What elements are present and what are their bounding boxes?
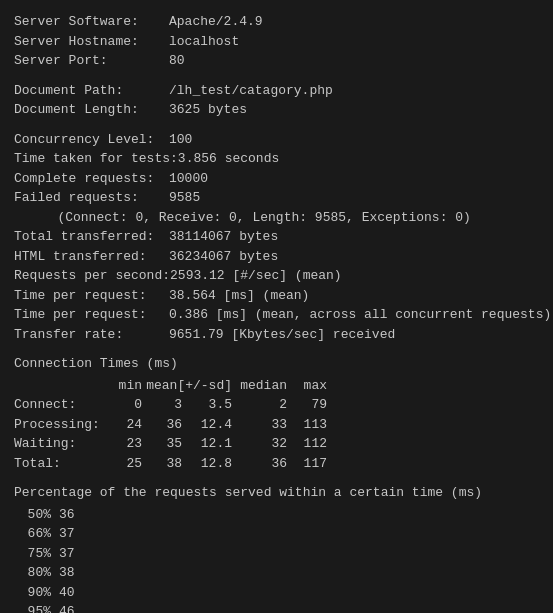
pct-value: 40 bbox=[59, 583, 75, 603]
connection-times-label: Connection Times (ms) bbox=[14, 354, 178, 374]
col-min: 23 bbox=[102, 434, 142, 454]
col-median-header: median bbox=[232, 376, 287, 396]
time-req2-label: Time per request: bbox=[14, 305, 169, 325]
pct-value: 38 bbox=[59, 563, 75, 583]
pct-rows: 50%3666%3775%3780%3890%4095%4698%10899%1… bbox=[14, 505, 539, 614]
col-min: 0 bbox=[102, 395, 142, 415]
doc-length-label: Document Length: bbox=[14, 100, 169, 120]
doc-path-label: Document Path: bbox=[14, 81, 169, 101]
concurrency-level-label: Concurrency Level: bbox=[14, 130, 169, 150]
col-median: 36 bbox=[232, 454, 287, 474]
list-item: 66%37 bbox=[14, 524, 539, 544]
html-transfer-row: HTML transferred: 36234067 bytes bbox=[14, 247, 539, 267]
concurrency-level-row: Concurrency Level: 100 bbox=[14, 130, 539, 150]
col-min: 25 bbox=[102, 454, 142, 474]
pct-label: 50% bbox=[14, 505, 59, 525]
col-mean: 38 bbox=[142, 454, 182, 474]
row-label: Waiting: bbox=[14, 434, 102, 454]
total-transfer-row: Total transferred: 38114067 bytes bbox=[14, 227, 539, 247]
doc-length-value: 3625 bytes bbox=[169, 100, 247, 120]
server-software-value: Apache/2.4.9 bbox=[169, 12, 263, 32]
list-item: 50%36 bbox=[14, 505, 539, 525]
table-row: Connect:033.5279 bbox=[14, 395, 539, 415]
pct-value: 36 bbox=[59, 505, 75, 525]
col-min: 24 bbox=[102, 415, 142, 435]
pct-value: 37 bbox=[59, 524, 75, 544]
connection-times-table: min mean[+/-sd] median max Connect:033.5… bbox=[14, 376, 539, 474]
col-max-header: max bbox=[287, 376, 327, 396]
pct-value: 37 bbox=[59, 544, 75, 564]
time-taken-value: 3.856 seconds bbox=[178, 149, 279, 169]
rps-label: Requests per second: bbox=[14, 266, 170, 286]
pct-label: 95% bbox=[14, 602, 59, 613]
transfer-rate-label: Transfer rate: bbox=[14, 325, 169, 345]
time-taken-label: Time taken for tests: bbox=[14, 149, 178, 169]
pct-label: 75% bbox=[14, 544, 59, 564]
list-item: 75%37 bbox=[14, 544, 539, 564]
html-transfer-value: 36234067 bytes bbox=[169, 247, 278, 267]
col-mean: 3 bbox=[142, 395, 182, 415]
time-req2-value: 0.386 [ms] (mean, across all concurrent … bbox=[169, 305, 551, 325]
failed-requests-label: Failed requests: bbox=[14, 188, 169, 208]
failed-detail-value: (Connect: 0, Receive: 0, Length: 9585, E… bbox=[14, 208, 471, 228]
col-max: 117 bbox=[287, 454, 327, 474]
server-hostname-value: localhost bbox=[169, 32, 239, 52]
connection-rows: Connect:033.5279Processing:243612.433113… bbox=[14, 395, 539, 473]
server-hostname-label: Server Hostname: bbox=[14, 32, 169, 52]
pct-label: 80% bbox=[14, 563, 59, 583]
col-median: 2 bbox=[232, 395, 287, 415]
doc-path-row: Document Path: /lh_test/catagory.php bbox=[14, 81, 539, 101]
total-transfer-value: 38114067 bytes bbox=[169, 227, 278, 247]
html-transfer-label: HTML transferred: bbox=[14, 247, 169, 267]
server-software-row: Server Software: Apache/2.4.9 bbox=[14, 12, 539, 32]
concurrency-section: Concurrency Level: 100 Time taken for te… bbox=[14, 130, 539, 345]
col-median: 32 bbox=[232, 434, 287, 454]
complete-requests-label: Complete requests: bbox=[14, 169, 169, 189]
total-transfer-label: Total transferred: bbox=[14, 227, 169, 247]
row-label: Processing: bbox=[14, 415, 102, 435]
time-req2-row: Time per request: 0.386 [ms] (mean, acro… bbox=[14, 305, 539, 325]
percentages-title: Percentage of the requests served within… bbox=[14, 483, 539, 503]
doc-path-value: /lh_test/catagory.php bbox=[169, 81, 333, 101]
col-min-header: min bbox=[102, 376, 142, 396]
table-row: Total:253812.836117 bbox=[14, 454, 539, 474]
table-row: Waiting:233512.132112 bbox=[14, 434, 539, 454]
server-port-label: Server Port: bbox=[14, 51, 169, 71]
pct-label: 66% bbox=[14, 524, 59, 544]
server-port-value: 80 bbox=[169, 51, 185, 71]
server-section: Server Software: Apache/2.4.9 Server Hos… bbox=[14, 12, 539, 71]
server-hostname-row: Server Hostname: localhost bbox=[14, 32, 539, 52]
time-req-label: Time per request: bbox=[14, 286, 169, 306]
complete-requests-value: 10000 bbox=[169, 169, 208, 189]
col-max: 112 bbox=[287, 434, 327, 454]
document-section: Document Path: /lh_test/catagory.php Doc… bbox=[14, 81, 539, 120]
percentages-label: Percentage of the requests served within… bbox=[14, 483, 482, 503]
server-software-label: Server Software: bbox=[14, 12, 169, 32]
col-sd: 12.8 bbox=[182, 454, 232, 474]
col-sd: 12.1 bbox=[182, 434, 232, 454]
list-item: 80%38 bbox=[14, 563, 539, 583]
row-label: Total: bbox=[14, 454, 102, 474]
col-sd: 3.5 bbox=[182, 395, 232, 415]
col-max: 79 bbox=[287, 395, 327, 415]
failed-requests-row: Failed requests: 9585 bbox=[14, 188, 539, 208]
col-mean: 35 bbox=[142, 434, 182, 454]
time-taken-row: Time taken for tests: 3.856 seconds bbox=[14, 149, 539, 169]
transfer-rate-row: Transfer rate: 9651.79 [Kbytes/sec] rece… bbox=[14, 325, 539, 345]
transfer-rate-value: 9651.79 [Kbytes/sec] received bbox=[169, 325, 395, 345]
connection-times-header: min mean[+/-sd] median max bbox=[14, 376, 539, 396]
complete-requests-row: Complete requests: 10000 bbox=[14, 169, 539, 189]
connection-times-section: Connection Times (ms) min mean[+/-sd] me… bbox=[14, 354, 539, 473]
doc-length-row: Document Length: 3625 bytes bbox=[14, 100, 539, 120]
col-max: 113 bbox=[287, 415, 327, 435]
time-req-value: 38.564 [ms] (mean) bbox=[169, 286, 309, 306]
table-row: Processing:243612.433113 bbox=[14, 415, 539, 435]
col-mean-header: mean[+/-sd] bbox=[142, 376, 232, 396]
rps-row: Requests per second: 2593.12 [#/sec] (me… bbox=[14, 266, 539, 286]
row-label: Connect: bbox=[14, 395, 102, 415]
connection-times-title: Connection Times (ms) bbox=[14, 354, 539, 374]
list-item: 90%40 bbox=[14, 583, 539, 603]
failed-requests-value: 9585 bbox=[169, 188, 200, 208]
concurrency-level-value: 100 bbox=[169, 130, 192, 150]
rps-value: 2593.12 [#/sec] (mean) bbox=[170, 266, 342, 286]
